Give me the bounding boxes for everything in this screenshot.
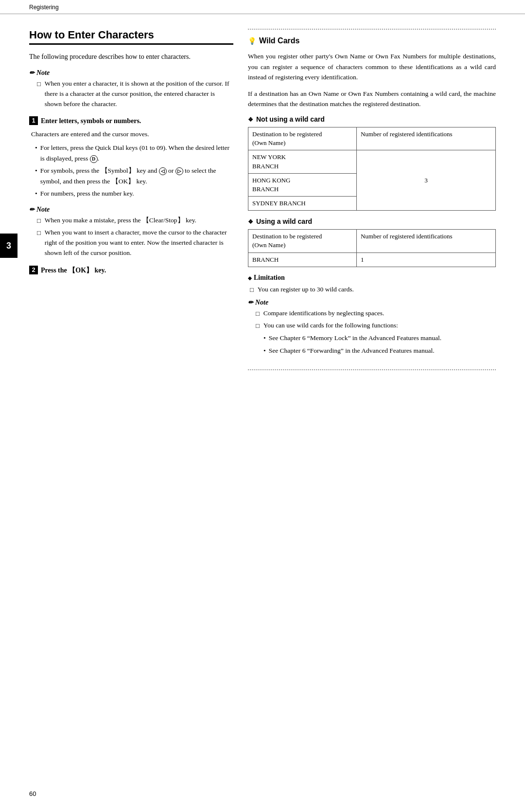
circle-a-icon: ◁ [159, 167, 167, 175]
cell-count-1: 1 [356, 253, 495, 267]
content-area: How to Enter Characters The following pr… [0, 14, 525, 397]
note-title-1: Note [29, 69, 233, 77]
page-title: How to Enter Characters [29, 29, 233, 45]
chapter-tab: 3 [0, 234, 18, 258]
cell-count-3: 3 [356, 150, 495, 211]
page-number: 60 [29, 790, 36, 797]
limitation-title: Limitation [248, 274, 496, 282]
circle-b-icon: ▷ [175, 167, 183, 175]
step-1-title: 1 Enter letters, symbols or numbers. [29, 116, 233, 126]
table-row: BRANCH 1 [248, 253, 496, 267]
note-item-3-2: You can use wild cards for the following… [252, 321, 496, 331]
note-item-2-1: When you make a mistake, press the 【Clea… [33, 216, 233, 226]
registering-label: Registering [29, 4, 59, 11]
note-title-3: Note [248, 299, 496, 307]
pencil-icon-1 [29, 69, 35, 77]
using-wildcard-table: Destination to be registered(Own Name) N… [248, 229, 496, 267]
step-2-num: 2 [29, 266, 38, 274]
col1-header-1: Destination to be registered(Own Name) [248, 127, 357, 150]
limitation-bullet-icon [248, 274, 252, 282]
wild-cards-body-1: When you register other party's Own Name… [248, 51, 496, 83]
bullet-numbers: For numbers, press the number key. [35, 188, 233, 199]
note-title-2: Note [29, 206, 233, 214]
cell-branch: BRANCH [248, 253, 357, 267]
bullet-symbols: For symbols, press the 【Symbol】 key and … [35, 165, 233, 186]
left-column: How to Enter Characters The following pr… [29, 29, 233, 377]
right-column: Wild Cards When you register other party… [248, 29, 496, 370]
diamond-icon-2 [248, 217, 253, 225]
limitation-item-1: You can register up to 30 wild cards. [248, 285, 496, 295]
pencil-icon-2 [29, 206, 35, 214]
not-wildcard-heading: Not using a wild card [248, 115, 496, 123]
table-header-row-2: Destination to be registered(Own Name) N… [248, 230, 496, 253]
using-wildcard-heading: Using a wild card [248, 217, 496, 225]
note-items-2: When you make a mistake, press the 【Clea… [29, 216, 233, 258]
step-1-num: 1 [29, 116, 38, 125]
diamond-icon-1 [248, 115, 253, 123]
note-section-2: Note When you make a mistake, press the … [29, 206, 233, 258]
sub-bullet-2: See Chapter 6 “Forwarding” in the Advanc… [263, 345, 496, 356]
step-1: 1 Enter letters, symbols or numbers. Cha… [29, 116, 233, 199]
table-row: NEW YORKBRANCH 3 [248, 150, 496, 173]
bullet-letters: For letters, press the Quick Dial keys (… [35, 143, 233, 163]
cell-new-york: NEW YORKBRANCH [248, 150, 357, 173]
note-3-sub-bullets: See Chapter 6 “Memory Lock” in the Advan… [252, 333, 496, 356]
step-1-bullets: For letters, press the Quick Dial keys (… [29, 143, 233, 199]
top-bar: Registering [0, 0, 525, 14]
pencil-icon-3 [248, 299, 253, 307]
cell-sydney: SYDNEY BRANCH [248, 197, 357, 211]
wild-cards-body-2: If a destination has an Own Name or Own … [248, 89, 496, 109]
note-item-3-1: Compare identifications by neglecting sp… [252, 308, 496, 319]
note-items-3: Compare identifications by neglecting sp… [248, 308, 496, 356]
page: Registering 3 How to Enter Characters Th… [0, 0, 525, 812]
cell-hong-kong: HONG KONGBRANCH [248, 173, 357, 196]
step-2: 2 Press the 【OK】 key. [29, 265, 233, 276]
col2-header-1: Number of registered identifications [356, 127, 495, 150]
bulb-icon [248, 36, 256, 45]
note-section-3: Note Compare identifications by neglecti… [248, 299, 496, 356]
intro-text: The following procedure describes how to… [29, 52, 233, 62]
table-header-row-1: Destination to be registered(Own Name) N… [248, 127, 496, 150]
note-section-1: Note When you enter a character, it is s… [29, 69, 233, 109]
step-2-title: 2 Press the 【OK】 key. [29, 265, 233, 276]
note-items-1: When you enter a character, it is shown … [29, 79, 233, 109]
step-1-body: Characters are entered and the cursor mo… [29, 129, 233, 140]
note-item-2-2: When you want to insert a character, mov… [33, 228, 233, 258]
sub-bullet-1: See Chapter 6 “Memory Lock” in the Advan… [263, 333, 496, 343]
circle-d-icon: D [90, 155, 98, 163]
not-wildcard-table: Destination to be registered(Own Name) N… [248, 127, 496, 211]
wild-cards-heading: Wild Cards [248, 36, 496, 45]
col1-header-2: Destination to be registered(Own Name) [248, 230, 357, 253]
col2-header-2: Number of registered identifications [356, 230, 495, 253]
note-item-1-1: When you enter a character, it is shown … [33, 79, 233, 109]
